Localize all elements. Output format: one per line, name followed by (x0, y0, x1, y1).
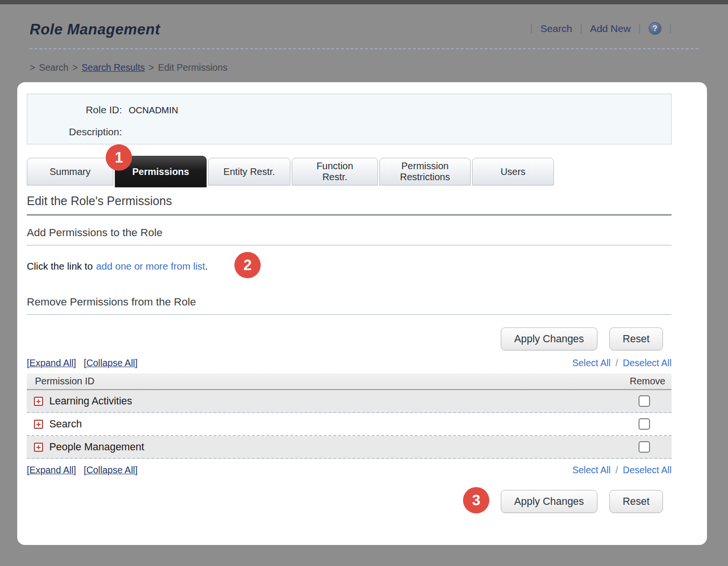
nav-add-new-link[interactable]: Add New (590, 23, 630, 34)
annotation-badge-3: 3 (463, 487, 489, 513)
heading-divider (27, 214, 672, 216)
table-row: + People Management (27, 436, 672, 459)
breadcrumb-item-search-results[interactable]: Search Results (82, 62, 145, 73)
collapse-all-link[interactable]: [Collapse All] (84, 358, 138, 369)
apply-changes-button[interactable]: Apply Changes (501, 490, 597, 513)
remove-column-header: Remove (630, 376, 672, 387)
role-id-label: Role ID: (27, 104, 129, 116)
breadcrumb-separator: > (30, 62, 35, 73)
window-top-edge (0, 0, 728, 4)
add-from-list-link[interactable]: add one or more from list (96, 261, 205, 272)
select-all-link[interactable]: Select All (572, 465, 610, 476)
role-id-value: OCNADMIN (129, 105, 178, 116)
apply-changes-button[interactable]: Apply Changes (501, 327, 597, 350)
add-permissions-title: Add Permissions to the Role (27, 227, 672, 239)
breadcrumb-separator: > (72, 62, 77, 73)
deselect-all-link[interactable]: Deselect All (623, 465, 672, 476)
link-separator: / (616, 358, 618, 369)
tab-users[interactable]: Users (472, 158, 554, 185)
instruction-prefix: Click the link to (27, 261, 93, 272)
instruction-suffix: . (205, 261, 208, 272)
description-label: Description: (27, 126, 129, 138)
expand-all-link[interactable]: [Expand All] (27, 358, 76, 369)
role-management-page: Role Management | Search | Add New | ? |… (0, 0, 728, 566)
section-heading: Edit the Role's Permissions (27, 194, 672, 208)
breadcrumb: > Search > Search Results > Edit Permiss… (30, 62, 227, 73)
description-row: Description: (27, 126, 671, 138)
expand-all-link[interactable]: [Expand All] (27, 465, 76, 476)
breadcrumb-item-search: Search (39, 62, 68, 73)
annotation-badge-2: 2 (234, 252, 261, 278)
reset-button[interactable]: Reset (609, 490, 663, 513)
remove-checkbox[interactable] (639, 395, 650, 407)
role-info-box: Role ID: OCNADMIN Description: (27, 94, 672, 144)
table-row: + Search (27, 413, 672, 436)
tab-entity-restr[interactable]: Entity Restr. (208, 158, 290, 185)
permission-label: Search (49, 418, 82, 430)
nav-separator: | (580, 23, 582, 34)
permission-label: Learning Activities (49, 395, 132, 407)
permission-id-column-header: Permission ID (27, 376, 94, 387)
expand-row-icon[interactable]: + (34, 443, 43, 452)
nav-search-link[interactable]: Search (540, 23, 573, 34)
nav-separator: | (669, 23, 672, 34)
top-nav: | Search | Add New | ? | (530, 22, 672, 35)
top-button-row: Apply Changes Reset (27, 327, 672, 350)
remove-permissions-title: Remove Permissions from the Role (27, 296, 672, 308)
breadcrumb-item-edit-permissions: Edit Permissions (158, 62, 227, 73)
title-divider (30, 48, 698, 49)
add-section-divider (27, 245, 672, 246)
permissions-table: Permission ID Remove + Learning Activiti… (27, 373, 672, 459)
select-all-link[interactable]: Select All (572, 358, 610, 369)
page-title: Role Management (30, 21, 160, 38)
remove-checkbox[interactable] (639, 441, 650, 453)
tab-permission-restrictions[interactable]: Permission Restrictions (379, 158, 471, 185)
table-header: Permission ID Remove (27, 373, 672, 390)
remove-checkbox[interactable] (639, 418, 650, 430)
add-instruction: Click the link toadd one or more from li… (27, 261, 672, 272)
remove-section-divider (27, 314, 672, 315)
annotation-badge-1: 1 (106, 144, 132, 171)
breadcrumb-separator: > (149, 62, 154, 73)
reset-button[interactable]: Reset (609, 327, 663, 350)
permission-label: People Management (49, 441, 144, 453)
tab-summary[interactable]: Summary (27, 158, 113, 185)
nav-separator: | (639, 23, 641, 34)
role-id-row: Role ID: OCNADMIN (27, 104, 671, 116)
expand-row-icon[interactable]: + (34, 420, 43, 429)
link-separator: / (616, 465, 618, 476)
bottom-button-row: Apply Changes Reset (27, 490, 672, 513)
expand-row-icon[interactable]: + (34, 397, 43, 406)
help-icon[interactable]: ? (649, 22, 662, 35)
deselect-all-link[interactable]: Deselect All (623, 358, 672, 369)
bottom-links-row: [Expand All] [Collapse All] Select All /… (27, 465, 672, 476)
top-links-row: [Expand All] [Collapse All] Select All /… (27, 358, 672, 369)
collapse-all-link[interactable]: [Collapse All] (84, 465, 138, 476)
nav-separator: | (530, 23, 532, 34)
table-row: + Learning Activities (27, 390, 672, 413)
tab-function-restr[interactable]: Function Restr. (292, 158, 378, 185)
